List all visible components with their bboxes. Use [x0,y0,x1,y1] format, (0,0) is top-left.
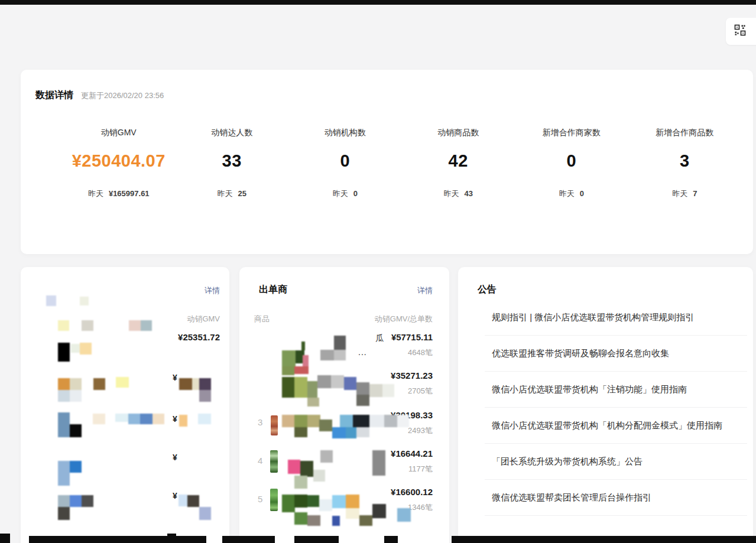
metric-active-products: 动销商品数 42 昨天43 [402,128,515,199]
updated-timestamp: 更新于2026/02/20 23:56 [81,90,164,101]
row-gmv: ¥16644.21 [391,448,433,459]
merchant-row-4[interactable]: 4 ¥16644.21 1177笔 [239,447,449,483]
rank-number: 4 [258,456,262,466]
announcement-link[interactable]: 优选联盟推客带货调研及畅聊会报名意向收集 [485,336,747,372]
metric-new-partner-products: 新增合作商品数 3 昨天7 [628,128,742,199]
product-thumbnail [271,415,278,435]
product-name-fragment: 瓜 [375,333,384,344]
censor-mosaic [21,267,229,543]
announcements-list: 规则指引 | 微信小店优选联盟带货机构管理规则指引 优选联盟推客带货调研及畅聊会… [485,300,747,516]
merchant-row-5[interactable]: 5 ¥16600.12 1346笔 [239,486,449,521]
row-orders: 1177笔 [391,464,433,474]
merchant-card-title: 出单商 [259,284,287,296]
talent-gmv-column-header: 动销GMV [187,314,220,324]
announcement-link[interactable]: 微信小店优选联盟带货机构「机构分配佣金模式」使用指南 [485,408,747,444]
qr-code-button[interactable] [726,18,756,45]
row-orders: 1346笔 [391,502,433,513]
metric-new-partner-merchants: 新增合作商家数 0 昨天0 [515,128,628,199]
metrics-row: 动销GMV ¥250404.07 昨天¥165997.61 动销达人数 33 昨… [21,128,753,199]
announcement-link[interactable]: 微信优选联盟帮卖团长管理后台操作指引 [485,480,747,516]
announcements-title: 公告 [478,284,497,296]
product-thumbnail [270,489,278,511]
merchant-row-2[interactable]: ¥35271.23 2705笔 [239,369,449,405]
masked-gmv-value: ¥ [173,414,177,424]
top-censor-bar [0,0,756,5]
announcements-card: 公告 规则指引 | 微信小店优选联盟带货机构管理规则指引 优选联盟推客带货调研及… [458,267,753,543]
masked-gmv-value: ¥ [173,373,177,382]
qr-code-icon [734,24,746,38]
gmv-orders-column-header: 动销GMV/总单数 [375,314,433,324]
rank-number: 5 [258,494,262,504]
page-title: 数据详情 [35,89,73,102]
data-overview-header: 数据详情 更新于2026/02/20 23:56 [35,89,164,102]
merchant-detail-link[interactable]: 详情 [417,285,433,296]
merchant-row-3[interactable]: 3 ¥30198.33 2493笔 [239,409,449,444]
metric-active-creators: 动销达人数 33 昨天25 [176,128,289,199]
product-thumbnail [270,450,278,473]
row-gmv: ¥30198.33 [391,410,433,420]
row-gmv: ¥16600.12 [391,487,433,497]
metric-gmv: 动销GMV ¥250404.07 昨天¥165997.61 [62,128,176,199]
announcement-link[interactable]: 规则指引 | 微信小店优选联盟带货机构管理规则指引 [485,300,747,336]
announcement-link[interactable]: 「团长系统升级为带货机构系统」公告 [485,444,747,480]
masked-gmv-value: ¥ [173,491,177,500]
masked-gmv-value: ¥ [173,453,177,462]
merchant-row-1[interactable]: 瓜 ... ¥57715.11 4648笔 [239,331,449,366]
metric-gmv-value: ¥250404.07 [62,151,176,171]
data-overview-card: 数据详情 更新于2026/02/20 23:56 动销GMV ¥250404.0… [21,70,753,254]
metric-active-institutions: 动销机构数 0 昨天0 [288,128,402,199]
product-name-ellipsis: ... [358,347,367,357]
row-orders: 2493笔 [391,425,433,436]
rank-number: 3 [258,417,262,427]
talent-top-gmv-value: ¥25351.72 [178,332,220,342]
row-orders: 4648笔 [391,347,433,358]
row-gmv: ¥57715.11 [391,332,433,342]
talent-detail-link[interactable]: 详情 [205,285,220,296]
top-merchants-card: 出单商 详情 商品 动销GMV/总单数 瓜 ... ¥57715.11 4648… [239,267,449,543]
row-orders: 2705笔 [391,386,433,396]
row-gmv: ¥35271.23 [391,370,433,381]
product-column-header: 商品 [254,314,270,324]
announcement-link[interactable]: 微信小店优选联盟带货机构「注销功能」使用指南 [485,372,747,408]
talent-ranking-card: 详情 动销GMV ¥25351.72 ¥ ¥ ¥ ¥ [21,267,229,543]
